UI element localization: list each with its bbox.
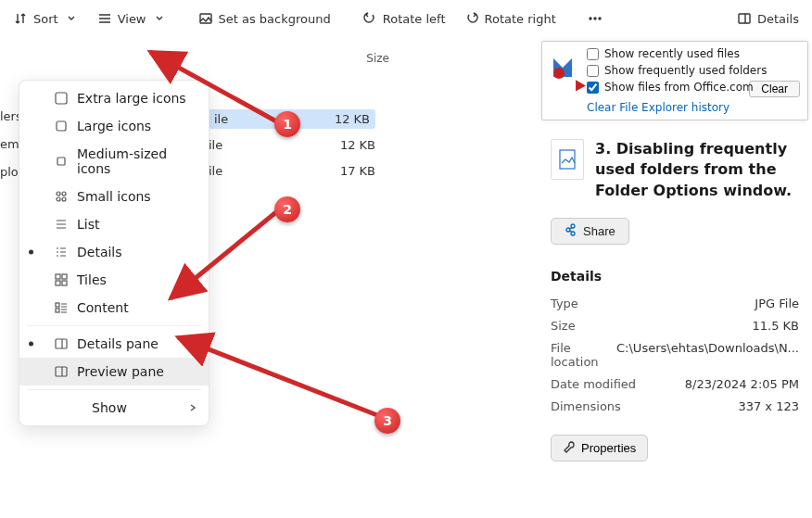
checked-dot-icon bbox=[29, 250, 33, 255]
menu-list[interactable]: List bbox=[19, 210, 209, 238]
svg-point-1 bbox=[590, 18, 591, 19]
set-background-button[interactable]: Set as background bbox=[191, 7, 338, 30]
svg-point-23 bbox=[553, 68, 565, 79]
privacy-label: Show frequently used folders bbox=[604, 64, 767, 77]
svg-rect-18 bbox=[56, 339, 67, 348]
details-button[interactable]: Details bbox=[730, 7, 806, 30]
rotate-right-icon bbox=[464, 11, 479, 26]
svg-rect-5 bbox=[56, 93, 67, 104]
size-col[interactable]: Size bbox=[366, 52, 389, 65]
svg-rect-17 bbox=[56, 309, 59, 312]
menu-separator bbox=[27, 325, 201, 326]
sort-button[interactable]: Sort bbox=[6, 7, 86, 30]
details-pane: ‣ Show recently used files Show frequent… bbox=[538, 37, 812, 518]
svg-rect-15 bbox=[62, 281, 67, 285]
office-files-checkbox[interactable] bbox=[587, 82, 599, 94]
clear-history-link[interactable]: Clear File Explorer history bbox=[587, 101, 730, 114]
detail-row: Size11.5 KB bbox=[551, 319, 799, 333]
file-size: 12 KB bbox=[320, 138, 375, 152]
detail-row: File locationC:\Users\ehtas\Downloads\N.… bbox=[551, 341, 799, 369]
column-header[interactable]: Size bbox=[278, 52, 389, 65]
menu-show[interactable]: Show bbox=[19, 394, 209, 422]
detail-row: Dimensions337 x 123 bbox=[551, 399, 799, 413]
detail-key: File location bbox=[551, 341, 616, 369]
svg-point-8 bbox=[57, 192, 60, 196]
file-type: ile bbox=[214, 112, 270, 126]
rotate-right-label: Rotate right bbox=[485, 12, 556, 26]
view-button[interactable]: View bbox=[90, 7, 174, 30]
detail-key: Date modified bbox=[551, 377, 636, 391]
chevron-down-icon bbox=[64, 11, 79, 26]
recently-used-checkbox[interactable] bbox=[587, 48, 599, 60]
preview-metadata: 3. Disabling frequently used folders fro… bbox=[538, 120, 812, 461]
detail-value: JPG File bbox=[755, 297, 799, 310]
privacy-row: Show recently used files bbox=[587, 47, 800, 60]
file-row[interactable]: ile 17 KB bbox=[209, 161, 375, 181]
square-icon bbox=[53, 90, 70, 107]
sort-label: Sort bbox=[33, 12, 58, 26]
file-row[interactable]: ile 12 KB bbox=[209, 135, 375, 155]
file-area: Size lers ems plo ile 12 KB ile 12 KB il… bbox=[0, 37, 538, 518]
nav-fragment: plo bbox=[0, 165, 19, 179]
menu-extra-large-icons[interactable]: Extra large icons bbox=[19, 84, 209, 112]
file-size: 17 KB bbox=[320, 164, 375, 178]
view-icon bbox=[97, 11, 112, 26]
toolbar: Sort View Set as background Rotate left … bbox=[0, 0, 812, 37]
menu-tiles[interactable]: Tiles bbox=[19, 266, 209, 294]
share-icon bbox=[565, 223, 577, 239]
privacy-options-thumbnail: ‣ Show recently used files Show frequent… bbox=[541, 41, 808, 120]
privacy-label: Show recently used files bbox=[604, 47, 740, 60]
properties-label: Properties bbox=[581, 441, 636, 455]
rotate-right-button[interactable]: Rotate right bbox=[457, 7, 564, 30]
list-icon bbox=[53, 216, 70, 233]
detail-value: 11.5 KB bbox=[752, 319, 799, 333]
privacy-row: Show frequently used folders bbox=[587, 64, 800, 77]
menu-details-pane[interactable]: Details pane bbox=[19, 330, 209, 358]
share-button[interactable]: Share bbox=[551, 218, 629, 245]
privacy-label: Show files from Office.com bbox=[604, 81, 754, 94]
menu-preview-pane[interactable]: Preview pane bbox=[19, 358, 209, 385]
svg-point-3 bbox=[599, 18, 601, 19]
menu-large-icons[interactable]: Large icons bbox=[19, 112, 209, 140]
pane-icon bbox=[53, 335, 70, 352]
file-type: ile bbox=[209, 164, 264, 178]
grid-icon bbox=[53, 188, 70, 205]
clear-button[interactable]: Clear bbox=[749, 81, 800, 97]
menu-details[interactable]: Details bbox=[19, 238, 209, 266]
view-menu: Extra large icons Large icons Medium-siz… bbox=[19, 80, 209, 426]
ellipsis-icon bbox=[588, 11, 603, 26]
file-size: 12 KB bbox=[314, 112, 370, 126]
annotation-badge-3: 3 bbox=[374, 408, 400, 434]
detail-key: Type bbox=[551, 297, 578, 310]
checked-dot-icon bbox=[29, 342, 33, 347]
rotate-left-button[interactable]: Rotate left bbox=[355, 7, 453, 30]
detail-row: Date modified8/23/2024 2:05 PM bbox=[551, 377, 799, 391]
detail-value: 8/23/2024 2:05 PM bbox=[685, 377, 799, 391]
frequently-used-checkbox[interactable] bbox=[587, 65, 599, 77]
more-button[interactable] bbox=[580, 7, 610, 30]
details-pane-icon bbox=[737, 11, 752, 26]
svg-point-9 bbox=[62, 192, 66, 196]
tiles-icon bbox=[53, 272, 70, 288]
menu-medium-icons[interactable]: Medium-sized icons bbox=[19, 140, 209, 183]
square-icon bbox=[53, 153, 70, 170]
menu-small-icons[interactable]: Small icons bbox=[19, 183, 209, 210]
svg-rect-12 bbox=[56, 274, 60, 279]
details-heading: Details bbox=[551, 269, 799, 284]
set-bg-label: Set as background bbox=[219, 12, 331, 26]
menu-separator bbox=[27, 389, 201, 390]
details-btn-label: Details bbox=[757, 12, 799, 26]
rotate-left-label: Rotate left bbox=[383, 12, 446, 26]
properties-button[interactable]: Properties bbox=[551, 435, 648, 461]
rotate-left-icon bbox=[362, 11, 377, 26]
menu-content[interactable]: Content bbox=[19, 294, 209, 322]
svg-rect-4 bbox=[739, 14, 750, 23]
square-icon bbox=[53, 118, 70, 134]
svg-rect-14 bbox=[56, 281, 60, 285]
detail-value: 337 x 123 bbox=[738, 399, 799, 413]
wrench-icon bbox=[563, 440, 576, 456]
annotation-marker-icon: ‣ bbox=[572, 71, 589, 102]
chevron-right-icon bbox=[188, 400, 197, 415]
list-icon bbox=[53, 244, 70, 260]
content-icon bbox=[53, 299, 70, 316]
